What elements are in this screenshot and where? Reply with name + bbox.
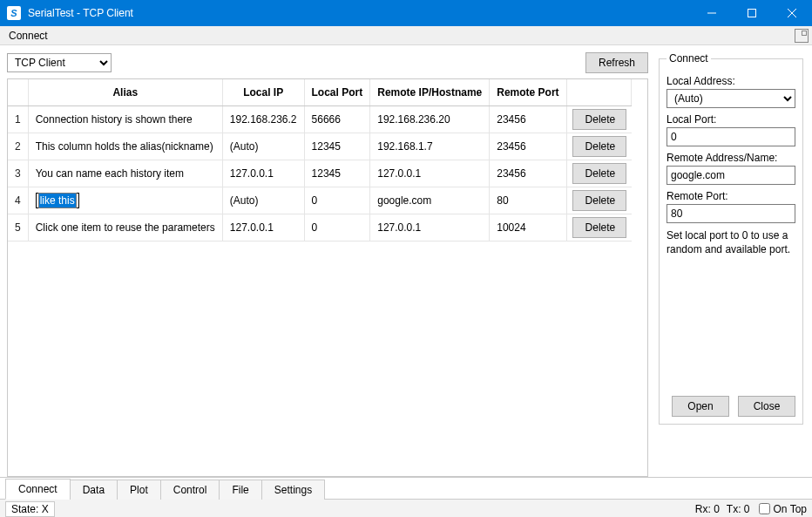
cell-rownum: 3 (8, 160, 28, 187)
cell-remote[interactable]: 192.168.236.20 (370, 105, 490, 133)
table-row[interactable]: 5Click one item to reuse the parameters1… (8, 214, 632, 241)
cell-local-port[interactable]: 0 (304, 214, 370, 241)
tab-plot[interactable]: Plot (117, 480, 161, 500)
title-bar: S SerialTest - TCP Client (0, 0, 812, 26)
cell-local-ip[interactable]: 127.0.0.1 (222, 214, 304, 241)
local-address-select[interactable]: (Auto) (667, 89, 795, 108)
col-remote-port[interactable]: Remote Port (490, 79, 566, 105)
cell-local-port[interactable]: 56666 (304, 105, 370, 133)
refresh-button[interactable]: Refresh (585, 52, 648, 73)
menu-bar: Connect (0, 26, 812, 45)
undock-icon[interactable] (795, 29, 809, 43)
cell-alias[interactable]: like this (28, 187, 222, 214)
cell-delete: Delete (566, 160, 632, 187)
status-bar: State: X Rx: 0 Tx: 0 On Top (0, 499, 812, 517)
cell-remote-port[interactable]: 23456 (490, 105, 566, 133)
cell-remote-port[interactable]: 80 (490, 187, 566, 214)
cell-rownum: 4 (8, 187, 28, 214)
cell-delete: Delete (566, 187, 632, 214)
table-row[interactable]: 3You can name each history item127.0.0.1… (8, 160, 632, 187)
cell-remote-port[interactable]: 23456 (490, 160, 566, 187)
history-table: Alias Local IP Local Port Remote IP/Host… (8, 79, 632, 241)
cell-alias[interactable]: You can name each history item (28, 160, 222, 187)
local-address-label: Local Address: (667, 75, 795, 87)
table-row[interactable]: 1Connection history is shown there192.16… (8, 105, 632, 133)
cell-local-port[interactable]: 12345 (304, 160, 370, 187)
col-delete (566, 79, 632, 105)
cell-rownum: 5 (8, 214, 28, 241)
cell-rownum: 2 (8, 133, 28, 160)
rx-counter: Rx: 0 (695, 503, 720, 515)
remote-port-input[interactable] (667, 204, 795, 223)
delete-button[interactable]: Delete (572, 190, 626, 211)
local-port-input[interactable] (667, 127, 795, 146)
col-alias[interactable]: Alias (28, 79, 222, 105)
open-button[interactable]: Open (672, 396, 729, 417)
local-port-label: Local Port: (667, 113, 795, 126)
cell-alias[interactable]: This column holds the alias(nickname) (28, 133, 222, 160)
table-row[interactable]: 4like this(Auto)0google.com80Delete (8, 187, 632, 214)
table-row[interactable]: 2This column holds the alias(nickname)(A… (8, 133, 632, 160)
remote-port-label: Remote Port: (667, 190, 795, 202)
tab-bar: ConnectDataPlotControlFileSettings (0, 478, 812, 499)
cell-remote-port[interactable]: 23456 (490, 133, 566, 160)
connect-legend: Connect (667, 52, 711, 65)
tab-data[interactable]: Data (70, 480, 118, 500)
alias-edit-input[interactable]: like this (36, 193, 79, 208)
connect-group: Connect Local Address: (Auto) Local Port… (659, 52, 803, 425)
cell-delete: Delete (566, 133, 632, 160)
tab-settings[interactable]: Settings (261, 480, 325, 500)
mode-select[interactable]: TCP Client (7, 53, 112, 72)
history-table-container: Alias Local IP Local Port Remote IP/Host… (7, 78, 648, 477)
delete-button[interactable]: Delete (572, 163, 626, 184)
cell-remote[interactable]: 192.168.1.7 (370, 133, 490, 160)
svg-rect-1 (748, 10, 756, 17)
cell-delete: Delete (566, 214, 632, 241)
remote-address-input[interactable] (667, 166, 795, 185)
col-rownum (8, 79, 28, 105)
close-button[interactable] (772, 0, 812, 26)
remote-address-label: Remote Address/Name: (667, 152, 795, 164)
delete-button[interactable]: Delete (572, 109, 626, 130)
cell-remote-port[interactable]: 10024 (490, 214, 566, 241)
on-top-label: On Top (774, 503, 807, 515)
col-remote[interactable]: Remote IP/Hostname (370, 79, 490, 105)
cell-alias[interactable]: Connection history is shown there (28, 105, 222, 133)
cell-remote[interactable]: 127.0.0.1 (370, 214, 490, 241)
window-title: SerialTest - TCP Client (28, 7, 692, 19)
tab-connect[interactable]: Connect (5, 479, 71, 500)
col-local-port[interactable]: Local Port (304, 79, 370, 105)
cell-rownum: 1 (8, 105, 28, 133)
tab-control[interactable]: Control (160, 480, 220, 500)
minimize-button[interactable] (692, 0, 732, 26)
delete-button[interactable]: Delete (572, 136, 626, 157)
hint-text: Set local port to 0 to use a random and … (667, 228, 795, 256)
on-top-checkbox[interactable] (759, 503, 770, 514)
cell-alias[interactable]: Click one item to reuse the parameters (28, 214, 222, 241)
cell-local-port[interactable]: 12345 (304, 133, 370, 160)
cell-delete: Delete (566, 105, 632, 133)
close-conn-button[interactable]: Close (738, 396, 795, 417)
cell-local-ip[interactable]: 192.168.236.2 (222, 105, 304, 133)
app-icon: S (7, 6, 21, 20)
tx-counter: Tx: 0 (727, 503, 750, 515)
col-local-ip[interactable]: Local IP (222, 79, 304, 105)
cell-remote[interactable]: google.com (370, 187, 490, 214)
menu-connect[interactable]: Connect (3, 28, 53, 44)
delete-button[interactable]: Delete (572, 217, 626, 238)
cell-remote[interactable]: 127.0.0.1 (370, 160, 490, 187)
maximize-button[interactable] (732, 0, 772, 26)
state-cell: State: X (5, 501, 55, 517)
cell-local-ip[interactable]: 127.0.0.1 (222, 160, 304, 187)
tab-file[interactable]: File (219, 480, 261, 500)
cell-local-ip[interactable]: (Auto) (222, 133, 304, 160)
cell-local-ip[interactable]: (Auto) (222, 187, 304, 214)
cell-local-port[interactable]: 0 (304, 187, 370, 214)
